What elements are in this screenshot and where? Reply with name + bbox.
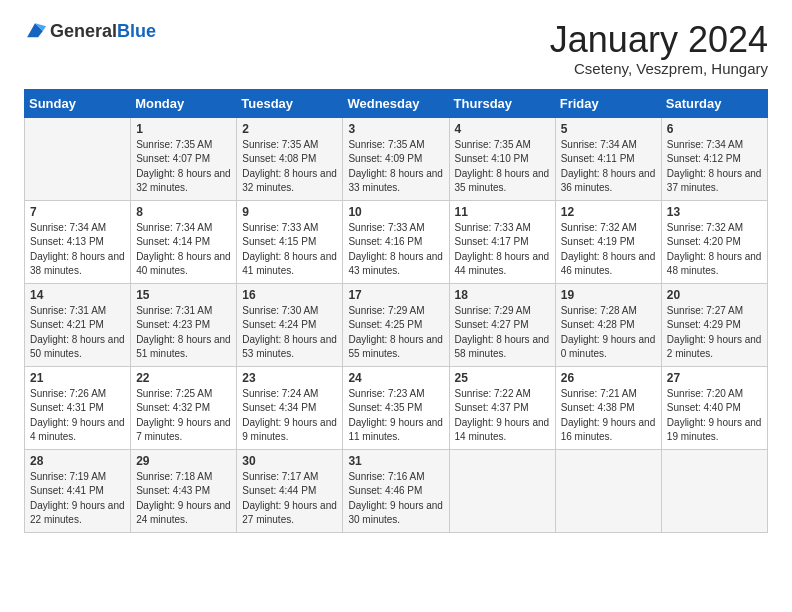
calendar-cell: 26Sunrise: 7:21 AMSunset: 4:38 PMDayligh…: [555, 366, 661, 449]
day-info: Sunrise: 7:35 AMSunset: 4:09 PMDaylight:…: [348, 138, 443, 196]
day-number: 15: [136, 288, 231, 302]
day-info: Sunrise: 7:25 AMSunset: 4:32 PMDaylight:…: [136, 387, 231, 445]
week-row-2: 7Sunrise: 7:34 AMSunset: 4:13 PMDaylight…: [25, 200, 768, 283]
day-number: 6: [667, 122, 762, 136]
day-number: 25: [455, 371, 550, 385]
day-number: 10: [348, 205, 443, 219]
day-info: Sunrise: 7:22 AMSunset: 4:37 PMDaylight:…: [455, 387, 550, 445]
calendar-cell: 11Sunrise: 7:33 AMSunset: 4:17 PMDayligh…: [449, 200, 555, 283]
day-number: 11: [455, 205, 550, 219]
day-info: Sunrise: 7:32 AMSunset: 4:20 PMDaylight:…: [667, 221, 762, 279]
calendar-cell: 24Sunrise: 7:23 AMSunset: 4:35 PMDayligh…: [343, 366, 449, 449]
day-info: Sunrise: 7:28 AMSunset: 4:28 PMDaylight:…: [561, 304, 656, 362]
day-info: Sunrise: 7:34 AMSunset: 4:12 PMDaylight:…: [667, 138, 762, 196]
col-header-monday: Monday: [131, 89, 237, 117]
day-info: Sunrise: 7:32 AMSunset: 4:19 PMDaylight:…: [561, 221, 656, 279]
day-number: 24: [348, 371, 443, 385]
day-info: Sunrise: 7:24 AMSunset: 4:34 PMDaylight:…: [242, 387, 337, 445]
logo: GeneralBlue: [24, 20, 156, 42]
calendar-cell: [661, 449, 767, 532]
day-number: 17: [348, 288, 443, 302]
day-number: 22: [136, 371, 231, 385]
day-info: Sunrise: 7:26 AMSunset: 4:31 PMDaylight:…: [30, 387, 125, 445]
calendar-cell: 28Sunrise: 7:19 AMSunset: 4:41 PMDayligh…: [25, 449, 131, 532]
calendar-table: SundayMondayTuesdayWednesdayThursdayFrid…: [24, 89, 768, 533]
day-info: Sunrise: 7:31 AMSunset: 4:21 PMDaylight:…: [30, 304, 125, 362]
day-info: Sunrise: 7:34 AMSunset: 4:14 PMDaylight:…: [136, 221, 231, 279]
calendar-cell: 17Sunrise: 7:29 AMSunset: 4:25 PMDayligh…: [343, 283, 449, 366]
calendar-cell: 3Sunrise: 7:35 AMSunset: 4:09 PMDaylight…: [343, 117, 449, 200]
calendar-cell: 29Sunrise: 7:18 AMSunset: 4:43 PMDayligh…: [131, 449, 237, 532]
day-info: Sunrise: 7:27 AMSunset: 4:29 PMDaylight:…: [667, 304, 762, 362]
calendar-cell: 13Sunrise: 7:32 AMSunset: 4:20 PMDayligh…: [661, 200, 767, 283]
calendar-title: January 2024: [550, 20, 768, 60]
calendar-cell: 31Sunrise: 7:16 AMSunset: 4:46 PMDayligh…: [343, 449, 449, 532]
day-info: Sunrise: 7:33 AMSunset: 4:16 PMDaylight:…: [348, 221, 443, 279]
week-row-5: 28Sunrise: 7:19 AMSunset: 4:41 PMDayligh…: [25, 449, 768, 532]
page: GeneralBlue January 2024 Cseteny, Veszpr…: [0, 0, 792, 612]
day-number: 30: [242, 454, 337, 468]
calendar-cell: 30Sunrise: 7:17 AMSunset: 4:44 PMDayligh…: [237, 449, 343, 532]
col-header-friday: Friday: [555, 89, 661, 117]
day-info: Sunrise: 7:33 AMSunset: 4:15 PMDaylight:…: [242, 221, 337, 279]
calendar-cell: 4Sunrise: 7:35 AMSunset: 4:10 PMDaylight…: [449, 117, 555, 200]
day-info: Sunrise: 7:33 AMSunset: 4:17 PMDaylight:…: [455, 221, 550, 279]
calendar-cell: 27Sunrise: 7:20 AMSunset: 4:40 PMDayligh…: [661, 366, 767, 449]
day-number: 19: [561, 288, 656, 302]
day-number: 27: [667, 371, 762, 385]
day-info: Sunrise: 7:17 AMSunset: 4:44 PMDaylight:…: [242, 470, 337, 528]
day-info: Sunrise: 7:34 AMSunset: 4:11 PMDaylight:…: [561, 138, 656, 196]
day-info: Sunrise: 7:23 AMSunset: 4:35 PMDaylight:…: [348, 387, 443, 445]
calendar-subtitle: Cseteny, Veszprem, Hungary: [550, 60, 768, 77]
calendar-cell: 23Sunrise: 7:24 AMSunset: 4:34 PMDayligh…: [237, 366, 343, 449]
day-number: 31: [348, 454, 443, 468]
day-number: 4: [455, 122, 550, 136]
day-number: 21: [30, 371, 125, 385]
day-number: 3: [348, 122, 443, 136]
col-header-sunday: Sunday: [25, 89, 131, 117]
calendar-cell: 20Sunrise: 7:27 AMSunset: 4:29 PMDayligh…: [661, 283, 767, 366]
day-info: Sunrise: 7:19 AMSunset: 4:41 PMDaylight:…: [30, 470, 125, 528]
day-info: Sunrise: 7:34 AMSunset: 4:13 PMDaylight:…: [30, 221, 125, 279]
header-row: SundayMondayTuesdayWednesdayThursdayFrid…: [25, 89, 768, 117]
calendar-cell: 21Sunrise: 7:26 AMSunset: 4:31 PMDayligh…: [25, 366, 131, 449]
day-number: 9: [242, 205, 337, 219]
calendar-cell: 6Sunrise: 7:34 AMSunset: 4:12 PMDaylight…: [661, 117, 767, 200]
calendar-cell: 8Sunrise: 7:34 AMSunset: 4:14 PMDaylight…: [131, 200, 237, 283]
day-number: 23: [242, 371, 337, 385]
calendar-cell: 7Sunrise: 7:34 AMSunset: 4:13 PMDaylight…: [25, 200, 131, 283]
day-number: 1: [136, 122, 231, 136]
logo-blue: Blue: [117, 21, 156, 41]
calendar-cell: [25, 117, 131, 200]
col-header-tuesday: Tuesday: [237, 89, 343, 117]
calendar-cell: 16Sunrise: 7:30 AMSunset: 4:24 PMDayligh…: [237, 283, 343, 366]
day-number: 2: [242, 122, 337, 136]
day-info: Sunrise: 7:31 AMSunset: 4:23 PMDaylight:…: [136, 304, 231, 362]
calendar-cell: [449, 449, 555, 532]
day-info: Sunrise: 7:35 AMSunset: 4:10 PMDaylight:…: [455, 138, 550, 196]
logo-icon: [24, 20, 46, 42]
day-number: 28: [30, 454, 125, 468]
day-info: Sunrise: 7:21 AMSunset: 4:38 PMDaylight:…: [561, 387, 656, 445]
calendar-cell: 2Sunrise: 7:35 AMSunset: 4:08 PMDaylight…: [237, 117, 343, 200]
day-number: 8: [136, 205, 231, 219]
day-number: 13: [667, 205, 762, 219]
day-info: Sunrise: 7:30 AMSunset: 4:24 PMDaylight:…: [242, 304, 337, 362]
calendar-cell: 1Sunrise: 7:35 AMSunset: 4:07 PMDaylight…: [131, 117, 237, 200]
day-info: Sunrise: 7:29 AMSunset: 4:25 PMDaylight:…: [348, 304, 443, 362]
calendar-cell: 14Sunrise: 7:31 AMSunset: 4:21 PMDayligh…: [25, 283, 131, 366]
day-info: Sunrise: 7:35 AMSunset: 4:08 PMDaylight:…: [242, 138, 337, 196]
day-info: Sunrise: 7:35 AMSunset: 4:07 PMDaylight:…: [136, 138, 231, 196]
day-number: 20: [667, 288, 762, 302]
header: GeneralBlue January 2024 Cseteny, Veszpr…: [24, 20, 768, 77]
day-number: 18: [455, 288, 550, 302]
title-block: January 2024 Cseteny, Veszprem, Hungary: [550, 20, 768, 77]
day-number: 14: [30, 288, 125, 302]
calendar-cell: 10Sunrise: 7:33 AMSunset: 4:16 PMDayligh…: [343, 200, 449, 283]
calendar-cell: 5Sunrise: 7:34 AMSunset: 4:11 PMDaylight…: [555, 117, 661, 200]
day-number: 26: [561, 371, 656, 385]
calendar-cell: [555, 449, 661, 532]
calendar-cell: 25Sunrise: 7:22 AMSunset: 4:37 PMDayligh…: [449, 366, 555, 449]
day-number: 7: [30, 205, 125, 219]
week-row-1: 1Sunrise: 7:35 AMSunset: 4:07 PMDaylight…: [25, 117, 768, 200]
